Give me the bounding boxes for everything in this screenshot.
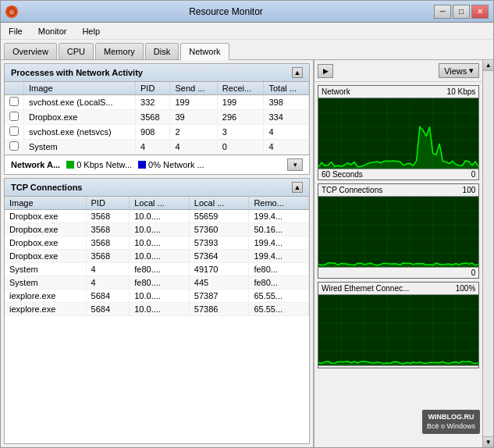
maximize-button[interactable]: □ [453,5,470,19]
graph-header-0: Network 10 Kbps [318,86,478,98]
graph-body-1 [318,197,478,267]
blue-text: 0% Network ... [148,160,204,169]
proc-checkbox-cell[interactable] [5,95,24,110]
proc-image: Dropbox.exe [24,110,136,125]
tcp-table-wrapper[interactable]: Image PID Local ... Local ... Remo... Dr… [5,197,309,316]
tcp-col-pid[interactable]: PID [86,197,130,210]
list-item[interactable]: Dropbox.exe 3568 10.0.... 57364 199.4... [5,250,309,263]
tcp-col-image[interactable]: Image [5,197,86,210]
graph-footer-0: 60 Seconds 0 [318,169,478,180]
processes-table: Image PID Send ... Recei... Total ... sv… [5,82,309,155]
processes-header: Processes with Network Activity ▲ [5,64,309,82]
list-item[interactable]: System 4 fe80.... 49170 fe80... [5,263,309,276]
proc-image: svchost.exe (LocalS... [24,95,136,110]
network-activity-bar: Network A... 0 Kbps Netw... 0% Network .… [4,155,310,175]
processes-collapse-button[interactable]: ▲ [292,67,303,78]
title-bar: ⊙ Resource Monitor ─ □ ✕ [1,1,493,23]
right-scrollbar[interactable]: ▲ ▼ [482,60,493,447]
list-item[interactable]: iexplore.exe 5684 10.0.... 57387 65.55..… [5,290,309,303]
proc-send: 39 [170,110,217,125]
graph-body-0 [318,98,478,169]
proc-total: 4 [264,125,309,140]
tcp-local1: 10.0.... [130,223,190,236]
col-recv[interactable]: Recei... [217,82,264,95]
tcp-pid: 3568 [86,236,130,250]
list-item[interactable]: Dropbox.exe 3568 10.0.... 57360 50.16... [5,223,309,236]
tcp-local2: 55659 [189,210,249,223]
list-item[interactable]: System 4 fe80.... 445 fe80... [5,276,309,290]
tab-bar: Overview CPU Memory Disk Network [1,40,493,59]
menu-monitor[interactable]: Monitor [34,25,72,37]
tcp-col-local2[interactable]: Local ... [189,197,249,210]
proc-pid: 908 [136,125,170,140]
tcp-local1: 10.0.... [130,290,190,303]
tcp-section: TCP Connections ▲ Image PID Local ... Lo… [4,178,310,444]
col-total[interactable]: Total ... [264,82,309,95]
graph-footer-left-0: 60 Seconds [322,170,363,179]
tab-disk[interactable]: Disk [145,43,179,59]
close-button[interactable]: ✕ [471,5,489,19]
col-pid[interactable]: PID [136,82,170,95]
proc-checkbox-cell[interactable] [5,140,24,155]
tab-overview[interactable]: Overview [4,43,57,59]
network-activity-label: Network A... [11,160,60,169]
list-item[interactable]: iexplore.exe 5684 10.0.... 57386 65.55..… [5,303,309,316]
table-row[interactable]: System 4 4 0 4 [5,140,309,155]
list-item[interactable]: Dropbox.exe 3568 10.0.... 57393 199.4... [5,236,309,250]
tcp-local2: 57386 [189,303,249,316]
proc-recv: 199 [217,95,264,110]
tcp-header: TCP Connections ▲ [5,179,309,197]
tcp-pid: 5684 [86,290,130,303]
proc-pid: 3568 [136,110,170,125]
graph-section-1: TCP Connections 100 0 [318,183,479,279]
scroll-down[interactable]: ▼ [483,436,493,447]
green-dot [66,161,74,169]
app-icon: ⊙ [5,5,18,18]
tab-memory[interactable]: Memory [95,43,144,59]
right-nav-prev[interactable]: ▶ [318,64,333,78]
tcp-pid: 3568 [86,250,130,263]
svg-marker-16 [318,127,478,169]
minimize-button[interactable]: ─ [434,5,451,19]
menu-bar: File Monitor Help [1,23,493,40]
tcp-col-local1[interactable]: Local ... [130,197,190,210]
tcp-col-remote[interactable]: Remo... [249,197,309,210]
proc-checkbox[interactable] [9,112,19,121]
tcp-local2: 57387 [189,290,249,303]
tcp-table: Image PID Local ... Local ... Remo... Dr… [5,197,309,316]
proc-checkbox[interactable] [9,126,19,136]
tcp-pid: 4 [86,263,130,276]
graph-header-1: TCP Connections 100 [318,184,478,197]
tcp-remote: 199.4... [249,236,309,250]
tcp-local2: 49170 [189,263,249,276]
proc-image: System [24,140,136,155]
tcp-local1: fe80.... [130,263,190,276]
graph-title-2: Wired Ethernet Connec... [322,284,409,293]
table-row[interactable]: Dropbox.exe 3568 39 296 334 [5,110,309,125]
proc-pid: 332 [136,95,170,110]
proc-checkbox-cell[interactable] [5,110,24,125]
processes-title: Processes with Network Activity [11,68,143,77]
proc-checkbox-cell[interactable] [5,125,24,140]
col-send[interactable]: Send ... [170,82,217,95]
tab-cpu[interactable]: CPU [59,43,94,59]
list-item[interactable]: Dropbox.exe 3568 10.0.... 55659 199.4... [5,210,309,223]
tcp-local2: 57360 [189,223,249,236]
tab-network[interactable]: Network [180,43,229,60]
table-row[interactable]: svchost.exe (LocalS... 332 199 199 398 [5,95,309,110]
graph-unit-2: 100% [456,284,476,293]
proc-checkbox[interactable] [9,141,19,151]
col-image[interactable]: Image [24,82,136,95]
network-activity-collapse[interactable]: ▾ [287,158,303,171]
col-checkbox [5,82,24,95]
views-button[interactable]: Views ▾ [439,63,479,78]
menu-file[interactable]: File [4,25,27,37]
proc-checkbox[interactable] [9,97,19,106]
scroll-up[interactable]: ▲ [483,60,493,71]
tcp-remote: 65.55... [249,290,309,303]
tcp-title: TCP Connections [11,183,82,192]
menu-help[interactable]: Help [77,25,105,37]
tcp-collapse-button[interactable]: ▲ [292,182,303,193]
table-row[interactable]: svchost.exe (netsvcs) 908 2 3 4 [5,125,309,140]
tcp-local1: fe80.... [130,276,190,290]
